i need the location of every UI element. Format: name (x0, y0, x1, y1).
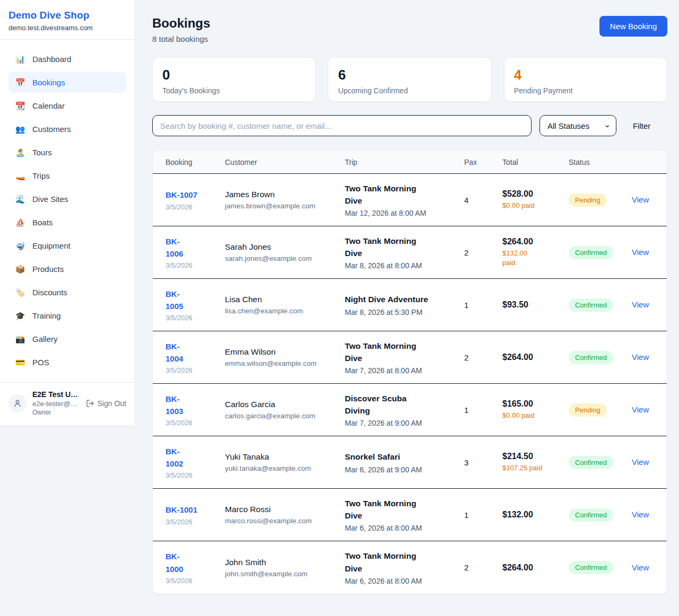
customer-email: james.brown@example.com (225, 202, 340, 210)
view-link[interactable]: View (632, 248, 649, 257)
booking-id-link[interactable]: BK-1001 (166, 504, 197, 516)
customer-cell: Carlos Garcia carlos.garcia@example.com (225, 400, 345, 420)
trip-name: Two Tank Morning Dive (345, 235, 459, 260)
sidebar-item-tours[interactable]: 🏝️ Tours (8, 142, 126, 163)
trip-name: Discover Scuba Diving (345, 392, 459, 417)
main-content: Bookings 8 total bookings New Booking 0 … (135, 0, 679, 594)
table-row: BK- 1003 3/5/2026 Carlos Garcia carlos.g… (153, 384, 667, 436)
trip-datetime: Mar 8, 2026 at 5:30 PM (345, 308, 459, 316)
view-link[interactable]: View (632, 563, 649, 572)
column-header-booking: Booking (166, 158, 225, 166)
table-row: BK- 1002 3/5/2026 Yuki Tanaka yuki.tanak… (153, 436, 667, 489)
pax-count: 4 (464, 196, 502, 205)
sidebar-item-training[interactable]: 🎓 Training (8, 305, 126, 326)
sidebar-item-gallery[interactable]: 📸 Gallery (8, 328, 126, 349)
customer-email: john.smith@example.com (225, 570, 340, 578)
sign-out-button[interactable]: Sign Out (86, 399, 126, 408)
trip-datetime: Mar 8, 2026 at 8:00 AM (345, 261, 459, 270)
products-icon: 📦 (15, 265, 25, 273)
sidebar-item-label: Discounts (32, 288, 67, 297)
stat-value: 6 (338, 68, 481, 82)
sidebar-item-pos[interactable]: 💳 POS (8, 351, 126, 373)
stat-label: Pending Payment (514, 86, 657, 95)
booking-id-link[interactable]: BK- 1003 (166, 393, 183, 418)
sidebar-item-calendar[interactable]: 📆 Calendar (8, 95, 126, 116)
gallery-icon: 📸 (15, 335, 25, 343)
sidebar-item-label: Training (32, 311, 61, 320)
sidebar-item-dashboard[interactable]: 📊 Dashboard (8, 48, 126, 69)
view-link[interactable]: View (632, 405, 649, 414)
status-filter: All Statuses ⌄ (539, 115, 616, 136)
paid-amount: $132.00 paid (502, 249, 563, 268)
customer-email: marco.rossi@example.com (225, 517, 340, 525)
booking-date: 3/5/2026 (166, 366, 220, 374)
total-cell: $528.00 $0.00 paid (502, 189, 569, 210)
sidebar-item-label: Bookings (32, 78, 65, 87)
sidebar-item-label: Gallery (32, 335, 58, 344)
trip-datetime: Mar 6, 2026 at 9:00 AM (345, 465, 459, 474)
total-amount: $165.00 (502, 399, 563, 409)
sidebar-item-boats[interactable]: ⛵ Boats (8, 212, 126, 233)
brand: Demo Dive Shop demo.test.divestreams.com (0, 0, 135, 40)
customer-email: lisa.chen@example.com (225, 307, 340, 315)
status-cell: Confirmed (569, 508, 632, 522)
user-icon (13, 399, 22, 408)
customer-email: emma.wilson@example.com (225, 359, 340, 367)
actions-cell: View (632, 353, 654, 362)
trip-cell: Two Tank Morning Dive Mar 6, 2026 at 8:0… (345, 497, 464, 533)
total-amount: $528.00 (502, 189, 563, 199)
table-row: BK- 1004 3/5/2026 Emma Wilson emma.wilso… (153, 331, 667, 384)
filter-button[interactable]: Filter (633, 121, 650, 130)
pos-icon: 💳 (15, 358, 25, 366)
booking-cell: BK- 1000 3/5/2026 (166, 550, 225, 585)
table-row: BK- 1005 3/5/2026 Lisa Chen lisa.chen@ex… (153, 279, 667, 331)
pax-count: 1 (464, 511, 502, 520)
new-booking-button[interactable]: New Booking (599, 16, 667, 37)
booking-date: 3/5/2026 (166, 471, 220, 479)
user-email: e2e-tester@… (32, 400, 80, 408)
user-section: E2E Test U… e2e-tester@… Owner Sign Out (0, 382, 135, 426)
view-link[interactable]: View (632, 353, 649, 362)
total-amount: $264.00 (502, 563, 563, 573)
booking-id-link[interactable]: BK- 1004 (166, 340, 183, 365)
avatar (8, 394, 27, 412)
booking-id-link[interactable]: BK- 1006 (166, 235, 183, 260)
discounts-icon: 🏷️ (15, 288, 25, 296)
search-input[interactable] (152, 115, 532, 136)
booking-id-link[interactable]: BK- 1002 (166, 445, 183, 470)
sidebar-item-discounts[interactable]: 🏷️ Discounts (8, 281, 126, 303)
customer-name: Lisa Chen (225, 295, 340, 304)
total-bookings-count: 8 total bookings (152, 34, 210, 43)
view-link[interactable]: View (632, 195, 649, 204)
trip-name: Two Tank Morning Dive (345, 340, 459, 365)
view-link[interactable]: View (632, 510, 649, 519)
actions-cell: View (632, 300, 654, 310)
sidebar-item-label: Calendar (32, 101, 65, 110)
sidebar-item-trips[interactable]: 🚤 Trips (8, 165, 126, 186)
customer-name: Marco Rossi (225, 505, 340, 514)
user-role: Owner (32, 409, 80, 416)
view-link[interactable]: View (632, 300, 649, 309)
total-cell: $93.50 (502, 300, 569, 310)
sidebar-item-equipment[interactable]: 🤿 Equipment (8, 235, 126, 256)
column-header-customer: Customer (225, 158, 345, 166)
total-cell: $132.00 (502, 510, 569, 520)
trips-icon: 🚤 (15, 172, 25, 180)
customer-cell: Sarah Jones sarah.jones@example.com (225, 242, 345, 262)
customers-icon: 👥 (15, 125, 25, 133)
status-filter-select[interactable]: All Statuses (539, 115, 616, 136)
sidebar-item-products[interactable]: 📦 Products (8, 258, 126, 279)
customer-cell: Marco Rossi marco.rossi@example.com (225, 505, 345, 525)
booking-id-link[interactable]: BK- 1005 (166, 288, 183, 313)
booking-id-link[interactable]: BK- 1000 (166, 550, 183, 575)
page-header: Bookings 8 total bookings New Booking (152, 16, 667, 43)
sidebar-item-bookings[interactable]: 📅 Bookings (8, 72, 126, 93)
dive-sites-icon: 🌊 (15, 195, 25, 203)
status-cell: Confirmed (569, 351, 632, 364)
status-badge: Confirmed (569, 246, 613, 259)
view-link[interactable]: View (632, 457, 649, 467)
brand-name[interactable]: Demo Dive Shop (8, 10, 126, 21)
sidebar-item-dive-sites[interactable]: 🌊 Dive Sites (8, 188, 126, 209)
sidebar-item-customers[interactable]: 👥 Customers (8, 118, 126, 139)
booking-id-link[interactable]: BK-1007 (166, 189, 197, 201)
